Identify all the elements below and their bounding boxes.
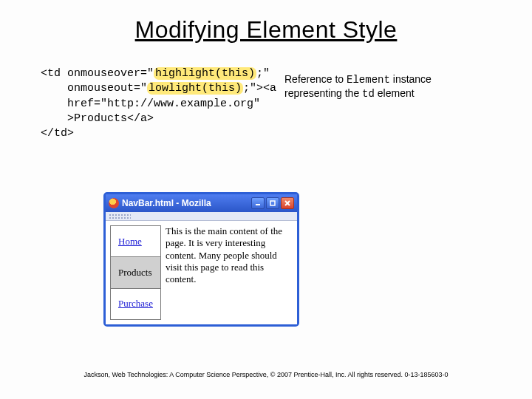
slide-footer: Jackson, Web Technologies: A Computer Sc… <box>0 371 532 378</box>
minimize-button[interactable] <box>251 197 265 209</box>
code-text: onmouseout=" <box>41 82 147 95</box>
annotation-span: element <box>375 87 415 99</box>
browser-toolbar <box>106 212 297 221</box>
svg-rect-1 <box>270 201 275 205</box>
toolbar-grip-icon <box>109 214 131 219</box>
main-content-text: This is the main content of the page. It… <box>166 225 293 320</box>
code-text: href="http://www.example.org" <box>41 98 260 110</box>
slide-title: Modifying Element Style <box>0 16 532 44</box>
maximize-button[interactable] <box>266 197 279 209</box>
code-highlight-1: highlight(this) <box>154 67 256 80</box>
window-titlebar: NavBar.html - Mozilla <box>106 194 297 212</box>
browser-viewport: Home Products Purchase This is the main … <box>106 221 297 324</box>
nav-link-home[interactable]: Home <box>111 226 161 257</box>
code-text: >Products</a> <box>41 112 154 125</box>
code-text: ;"><a <box>243 82 276 95</box>
annotation-span: Reference to <box>284 73 347 85</box>
annotation-mono: td <box>362 88 375 100</box>
nav-table: Home Products Purchase <box>110 225 161 320</box>
maximize-icon <box>269 200 276 207</box>
nav-link-purchase[interactable]: Purchase <box>111 288 161 319</box>
window-title: NavBar.html - Mozilla <box>122 198 251 208</box>
close-icon <box>284 200 291 207</box>
mozilla-icon <box>109 198 119 208</box>
code-text: ;" <box>256 67 270 80</box>
code-highlight-2: lowlight(this) <box>147 82 243 95</box>
code-text: <td onmouseover=" <box>41 67 154 80</box>
browser-window: NavBar.html - Mozilla Home Products Purc… <box>103 192 299 327</box>
annotation-text: Reference to Element instance representi… <box>284 72 477 100</box>
nav-link-products[interactable]: Products <box>111 257 161 288</box>
window-controls <box>251 197 294 209</box>
code-snippet: <td onmouseover="highlight(this);" onmou… <box>41 66 276 141</box>
minimize-icon <box>254 200 262 207</box>
close-button[interactable] <box>281 197 294 209</box>
code-text: </td> <box>41 127 74 140</box>
annotation-mono: Element <box>347 74 390 86</box>
